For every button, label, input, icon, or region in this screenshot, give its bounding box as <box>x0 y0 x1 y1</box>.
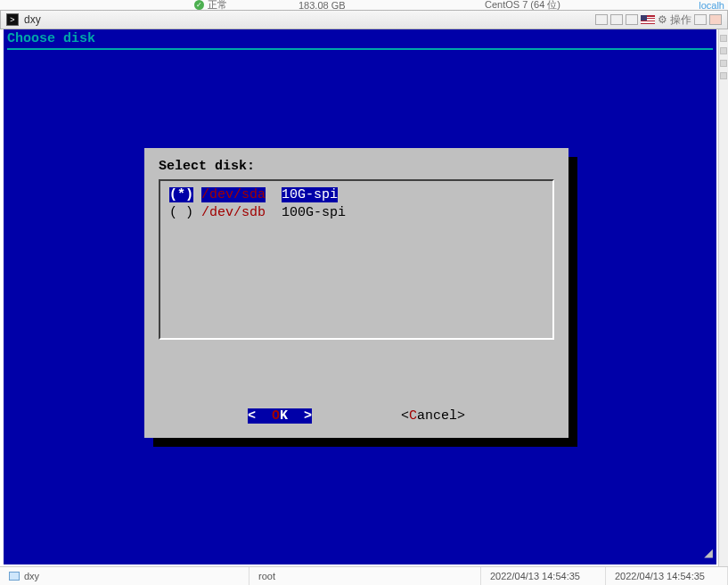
vm-disk-size: 183.08 GB <box>299 0 346 11</box>
side-strip-item <box>720 47 727 54</box>
status-time-1: 2022/04/13 14:54:35 <box>481 567 606 585</box>
side-strip-item <box>720 72 727 79</box>
status-time-2: 2022/04/13 14:54:35 <box>606 567 728 585</box>
gear-icon[interactable]: ⚙ <box>658 13 667 26</box>
disk-option-sdb[interactable]: ( ) /dev/sdb 100G-spi <box>169 204 544 222</box>
status-bar: dxy root 2022/04/13 14:54:35 2022/04/13 … <box>0 566 728 585</box>
disk-size-label: 10G-spi <box>282 187 338 202</box>
disk-mark: ( ) <box>169 205 193 220</box>
side-strip-item <box>720 60 727 67</box>
side-strip <box>718 29 728 566</box>
divider <box>7 48 713 50</box>
titlebar-btn-extra[interactable] <box>694 14 707 25</box>
disk-path: /dev/sda <box>201 187 266 202</box>
status-tab-name: dxy <box>24 571 39 581</box>
checkmark-icon: ✓ <box>194 0 204 10</box>
dialog-buttons: < OK > <Cancel> <box>144 408 568 424</box>
titlebar-btn-3[interactable] <box>626 14 638 25</box>
disk-size-label: 100G-spi <box>282 205 346 220</box>
actions-label[interactable]: 操作 <box>670 12 691 28</box>
terminal-title-text: Choose disk <box>7 31 95 46</box>
dialog-title: Select disk: <box>159 159 554 174</box>
console-titlebar: > dxy ⚙ 操作 <box>0 10 728 29</box>
status-user: root <box>249 567 481 585</box>
status-tab[interactable]: dxy <box>0 567 249 585</box>
terminal-screen[interactable]: Choose disk Select disk: (*) /dev/sda 10… <box>4 29 716 564</box>
resize-grip-icon[interactable]: ◢ <box>699 547 713 561</box>
cancel-button[interactable]: <Cancel> <box>401 408 465 424</box>
us-flag-icon[interactable] <box>641 15 655 24</box>
ok-button[interactable]: < OK > <box>248 408 312 424</box>
titlebar-controls: ⚙ 操作 <box>595 12 722 28</box>
disk-list[interactable]: (*) /dev/sda 10G-spi ( ) /dev/sdb 100G-s… <box>159 179 554 340</box>
vm-host: localh <box>699 0 724 11</box>
titlebar-btn-2[interactable] <box>610 14 623 25</box>
disk-path: /dev/sdb <box>201 205 266 220</box>
close-icon[interactable] <box>709 14 722 25</box>
disk-option-sda[interactable]: (*) /dev/sda 10G-spi <box>169 186 544 204</box>
host-info-bar: ✓ 正常 183.08 GB CentOS 7 (64 位) localh <box>0 0 728 10</box>
terminal-icon: > <box>6 13 19 26</box>
select-disk-dialog: Select disk: (*) /dev/sda 10G-spi ( ) /d… <box>144 148 568 438</box>
side-strip-item <box>720 35 727 42</box>
disk-mark: (*) <box>169 187 193 202</box>
console-title: dxy <box>24 13 41 26</box>
titlebar-btn-1[interactable] <box>595 14 608 25</box>
tab-icon <box>9 572 20 581</box>
terminal-title: Choose disk <box>4 29 716 50</box>
